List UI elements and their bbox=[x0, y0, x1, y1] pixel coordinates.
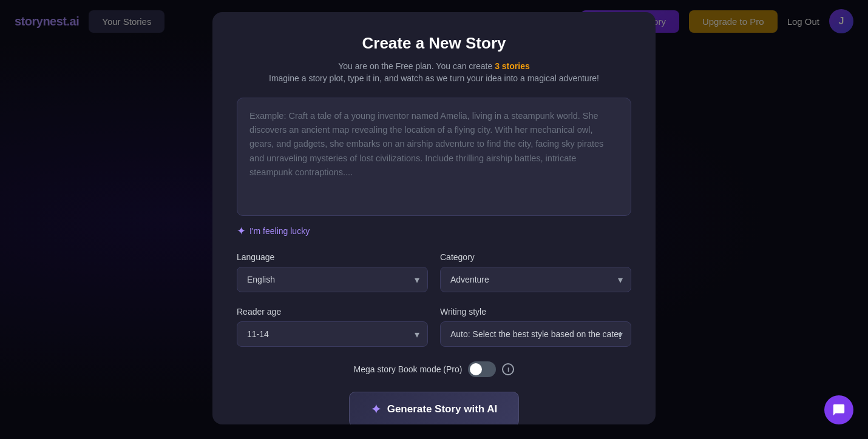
generate-button-label: Generate Story with AI bbox=[387, 403, 498, 415]
writing-style-label: Writing style bbox=[440, 307, 631, 317]
language-label: Language bbox=[237, 252, 428, 262]
sparkle-icon: ✦ bbox=[237, 224, 246, 238]
subtitle-prefix: You are on the Free plan. You can create bbox=[338, 61, 495, 71]
category-label: Category bbox=[440, 252, 631, 262]
reader-age-select-wrapper: 3-5 6-8 9-12 11-14 14+ Adult bbox=[237, 321, 428, 347]
mega-story-label: Mega story Book mode (Pro) bbox=[354, 364, 463, 374]
category-group: Category Adventure Fantasy Science Ficti… bbox=[440, 252, 631, 292]
modal-overlay: Create a New Story You are on the Free p… bbox=[0, 0, 868, 439]
generate-sparkle-icon: ✦ bbox=[371, 402, 381, 417]
modal-subtitle: You are on the Free plan. You can create… bbox=[237, 61, 631, 71]
mega-story-row: Mega story Book mode (Pro) i bbox=[237, 361, 631, 377]
info-icon[interactable]: i bbox=[502, 363, 514, 375]
reader-age-group: Reader age 3-5 6-8 9-12 11-14 14+ Adult bbox=[237, 307, 428, 347]
modal-title: Create a New Story bbox=[237, 34, 631, 53]
reader-age-label: Reader age bbox=[237, 307, 428, 317]
writing-style-group: Writing style Auto: Select the best styl… bbox=[440, 307, 631, 347]
language-select[interactable]: English Spanish French German Italian Po… bbox=[237, 267, 428, 292]
age-style-row: Reader age 3-5 6-8 9-12 11-14 14+ Adult … bbox=[237, 307, 631, 347]
category-select-wrapper: Adventure Fantasy Science Fiction Myster… bbox=[440, 267, 631, 292]
reader-age-select[interactable]: 3-5 6-8 9-12 11-14 14+ Adult bbox=[237, 321, 428, 347]
writing-style-select[interactable]: Auto: Select the best style based on the… bbox=[440, 321, 631, 347]
generate-story-button[interactable]: ✦ Generate Story with AI bbox=[349, 392, 519, 424]
chat-support-button[interactable] bbox=[824, 395, 853, 424]
chat-icon bbox=[832, 403, 846, 417]
feeling-lucky-button[interactable]: ✦ I'm feeling lucky bbox=[237, 224, 310, 238]
modal-description: Imagine a story plot, type it in, and wa… bbox=[237, 73, 631, 83]
story-input[interactable] bbox=[237, 98, 631, 216]
subtitle-highlight: 3 stories bbox=[495, 61, 530, 71]
language-group: Language English Spanish French German I… bbox=[237, 252, 428, 292]
story-input-container: ✦ I'm feeling lucky bbox=[237, 98, 631, 238]
create-story-modal: Create a New Story You are on the Free p… bbox=[212, 12, 656, 424]
lucky-label: I'm feeling lucky bbox=[249, 226, 310, 236]
language-category-row: Language English Spanish French German I… bbox=[237, 252, 631, 292]
mega-story-toggle[interactable] bbox=[468, 361, 496, 377]
language-select-wrapper: English Spanish French German Italian Po… bbox=[237, 267, 428, 292]
category-select[interactable]: Adventure Fantasy Science Fiction Myster… bbox=[440, 267, 631, 292]
writing-style-select-wrapper: Auto: Select the best style based on the… bbox=[440, 321, 631, 347]
